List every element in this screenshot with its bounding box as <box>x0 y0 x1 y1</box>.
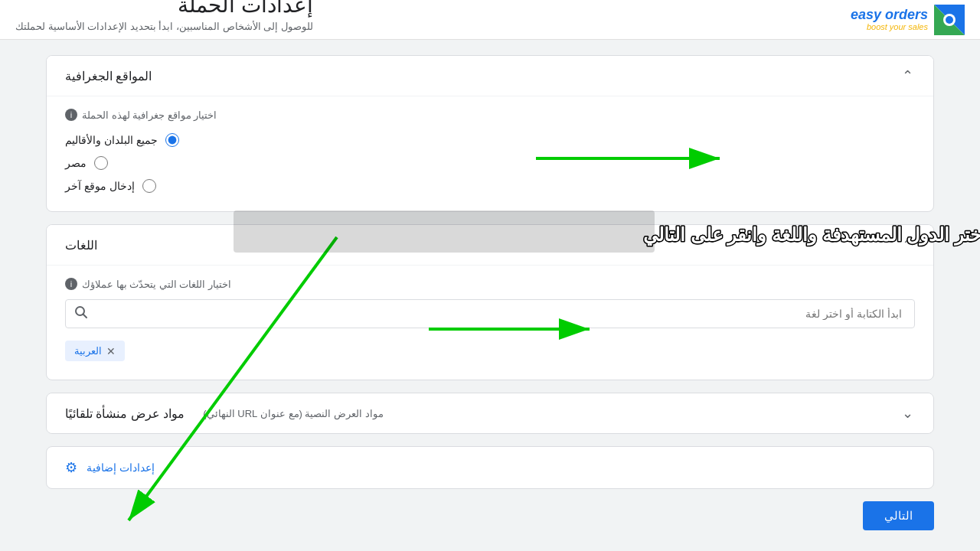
geo-radio-all[interactable] <box>165 133 179 147</box>
languages-info-icon: i <box>65 278 77 290</box>
selected-languages-tags: ✕ العربية <box>65 341 915 361</box>
geo-section-header[interactable]: ⌃ المواقع الجغرافية <box>47 56 933 96</box>
geo-radio-options: جميع البلدان والأقاليم مصر إدخال موقع آخ… <box>65 133 915 193</box>
content-header-titles: مواد العرض النصية (مع عنوان URL النهائي)… <box>65 406 384 421</box>
settings-row: إعدادات إضافية ⚙ <box>46 446 934 489</box>
geo-info-icon: i <box>65 109 77 121</box>
page-title: إعدادات الحملة <box>15 0 313 18</box>
arabic-tag-remove[interactable]: ✕ <box>106 346 116 357</box>
arabic-tag-label: العربية <box>74 345 102 357</box>
next-button[interactable]: التالي <box>863 501 934 530</box>
additional-settings-link[interactable]: إعدادات إضافية <box>87 461 155 474</box>
content-section-header[interactable]: ⌄ مواد العرض النصية (مع عنوان URL النهائ… <box>47 393 933 433</box>
arabic-tag: ✕ العربية <box>65 341 125 361</box>
geo-chevron-icon: ⌃ <box>900 68 915 83</box>
settings-gear-icon[interactable]: ⚙ <box>65 459 77 476</box>
geo-section: ⌃ المواقع الجغرافية اختيار مواقع جغرافية… <box>46 55 934 212</box>
page-wrapper: easy orders boost your sales إعدادات الح… <box>0 0 980 551</box>
language-search-input[interactable] <box>65 299 915 328</box>
next-button-container: التالي <box>46 501 934 530</box>
languages-section-title: اللغات <box>65 238 97 253</box>
logo-area: easy orders boost your sales <box>851 5 965 35</box>
geo-radio-egypt[interactable] <box>94 156 108 170</box>
geo-option-egypt-label: مصر <box>65 157 87 169</box>
content-chevron-icon: ⌄ <box>900 406 915 421</box>
geo-section-title: المواقع الجغرافية <box>65 69 152 83</box>
page-subtitle: للوصول إلى الأشخاص المناسبين، ابدأ بتحدي… <box>15 21 313 32</box>
geo-option-other[interactable]: إدخال موقع آخر <box>65 179 156 193</box>
logo-text: easy orders boost your sales <box>851 8 928 32</box>
logo-icon <box>934 5 965 35</box>
main-content: ⌃ المواقع الجغرافية اختيار مواقع جغرافية… <box>0 40 980 546</box>
content-section-subtitle: مواد العرض النصية (مع عنوان URL النهائي) <box>203 408 383 419</box>
content-section-title: مواد عرض منشأة تلقائيًا <box>65 406 185 421</box>
logo-top: easy orders <box>851 8 928 23</box>
content-section: ⌄ مواد العرض النصية (مع عنوان URL النهائ… <box>46 393 934 434</box>
svg-line-5 <box>83 315 87 318</box>
header: easy orders boost your sales إعدادات الح… <box>0 0 980 40</box>
geo-option-all-label: جميع البلدان والأقاليم <box>65 134 158 146</box>
geo-section-body: اختيار مواقع جغرافية لهذه الحملة i جميع … <box>47 96 933 211</box>
geo-option-other-label: إدخال موقع آخر <box>65 180 135 192</box>
languages-section-body: اختيار اللغات التي يتحدّث بها عملاؤك i ✕ <box>47 265 933 380</box>
languages-section-header[interactable]: ⌃ اللغات <box>47 225 933 265</box>
language-search-box <box>65 299 915 328</box>
geo-options-container: جميع البلدان والأقاليم مصر إدخال موقع آخ… <box>65 133 915 193</box>
geo-option-all[interactable]: جميع البلدان والأقاليم <box>65 133 179 147</box>
header-right: إعدادات الحملة للوصول إلى الأشخاص المناس… <box>15 0 313 47</box>
geo-radio-other[interactable] <box>142 179 156 193</box>
logo-bottom: boost your sales <box>851 22 928 31</box>
languages-chevron-icon: ⌃ <box>900 237 915 253</box>
languages-label: اختيار اللغات التي يتحدّث بها عملاؤك i <box>65 278 915 290</box>
svg-point-3 <box>946 16 953 24</box>
geo-label: اختيار مواقع جغرافية لهذه الحملة i <box>65 109 915 121</box>
geo-option-egypt[interactable]: مصر <box>65 156 108 170</box>
search-icon <box>74 305 88 322</box>
languages-section: ⌃ اللغات اختيار اللغات التي يتحدّث بها ع… <box>46 224 934 380</box>
